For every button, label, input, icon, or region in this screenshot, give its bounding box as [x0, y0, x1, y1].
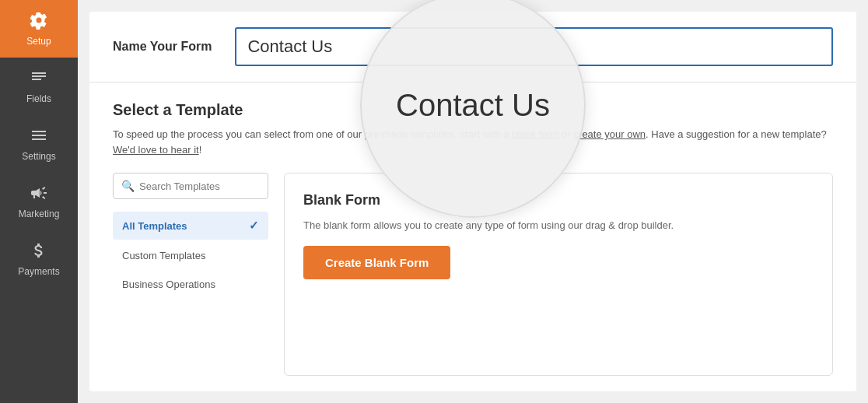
- sidebar-item-fields[interactable]: Fields: [0, 58, 78, 115]
- fields-icon: [30, 68, 48, 89]
- form-builder-wrapper: Contact Us Name Your Form Select a Templ…: [78, 0, 868, 403]
- marketing-icon: [30, 184, 48, 205]
- sidebar-item-setup[interactable]: Setup: [0, 0, 78, 58]
- settings-icon: [30, 126, 48, 147]
- sidebar-item-label: Payments: [18, 266, 59, 277]
- template-sidebar: 🔍 All Templates ✓ Custom Templates Busin…: [113, 173, 268, 376]
- main-content: Contact Us Name Your Form Select a Templ…: [78, 0, 868, 403]
- template-nav-all[interactable]: All Templates ✓: [113, 212, 268, 240]
- overlay-text: Contact Us: [396, 88, 550, 123]
- gear-icon: [30, 11, 48, 32]
- create-own-link[interactable]: create your own: [574, 128, 646, 140]
- magnifier-overlay: Contact Us: [360, 0, 586, 218]
- create-blank-button[interactable]: Create Blank Form: [303, 246, 450, 279]
- sidebar: Setup Fields Settings Marketing: [0, 0, 78, 403]
- blank-form-title: Blank Form: [303, 192, 814, 209]
- template-nav-business[interactable]: Business Operations: [113, 272, 268, 297]
- desc-text-4: !: [199, 144, 202, 156]
- template-content: Blank Form The blank form allows you to …: [284, 173, 833, 376]
- sidebar-item-settings[interactable]: Settings: [0, 115, 78, 173]
- business-operations-label: Business Operations: [122, 279, 215, 290]
- sidebar-item-label: Setup: [26, 36, 51, 47]
- sidebar-item-label: Fields: [26, 93, 51, 104]
- blank-form-desc: The blank form allows you to create any …: [303, 218, 814, 233]
- checkmark-icon: ✓: [249, 219, 259, 233]
- sidebar-item-label: Settings: [22, 151, 55, 162]
- name-label: Name Your Form: [113, 40, 212, 54]
- sidebar-item-label: Marketing: [19, 209, 60, 219]
- hear-it-link[interactable]: We'd love to hear it: [113, 144, 199, 156]
- sidebar-item-marketing[interactable]: Marketing: [0, 173, 78, 230]
- search-box[interactable]: 🔍: [113, 173, 268, 199]
- custom-templates-label: Custom Templates: [122, 250, 205, 261]
- search-icon: 🔍: [121, 180, 135, 192]
- search-input[interactable]: [139, 180, 260, 192]
- all-templates-label: All Templates: [122, 220, 187, 232]
- payments-icon: [30, 241, 48, 262]
- desc-text-3: . Have a suggestion for a new template?: [646, 128, 827, 140]
- template-nav-custom[interactable]: Custom Templates: [113, 243, 268, 268]
- sidebar-item-payments[interactable]: Payments: [0, 230, 78, 288]
